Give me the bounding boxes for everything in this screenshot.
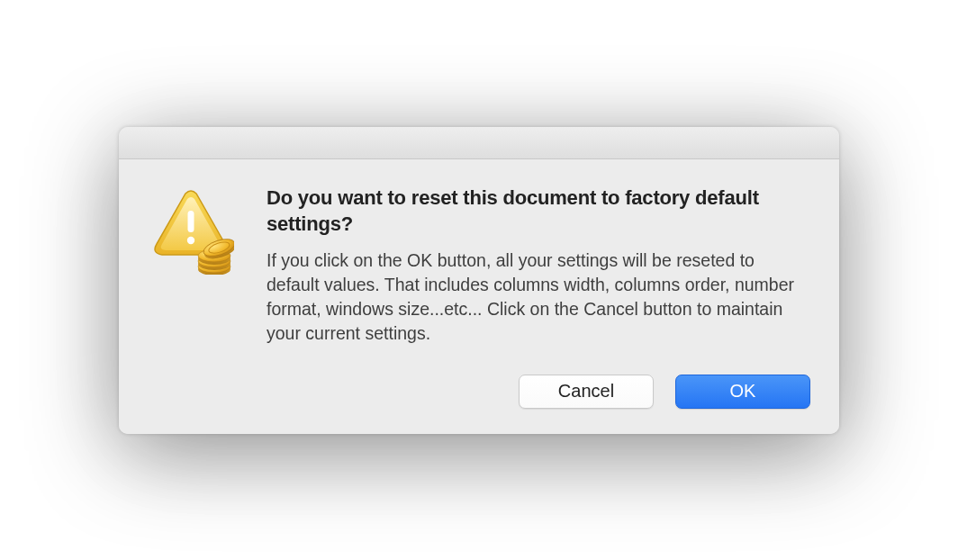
ok-button[interactable]: OK bbox=[675, 375, 810, 409]
svg-rect-0 bbox=[188, 211, 194, 232]
dialog-icon-area bbox=[148, 185, 247, 346]
dialog-titlebar bbox=[119, 127, 839, 159]
svg-point-1 bbox=[187, 236, 194, 243]
dialog-button-row: Cancel OK bbox=[119, 355, 839, 434]
dialog-content: Do you want to reset this document to fa… bbox=[119, 159, 839, 355]
confirm-dialog: Do you want to reset this document to fa… bbox=[119, 127, 839, 434]
dialog-body-text: If you click on the OK button, all your … bbox=[267, 248, 807, 346]
dialog-text-area: Do you want to reset this document to fa… bbox=[247, 185, 810, 346]
dialog-heading: Do you want to reset this document to fa… bbox=[267, 185, 807, 238]
cancel-button[interactable]: Cancel bbox=[519, 375, 654, 409]
warning-coins-icon bbox=[148, 188, 234, 275]
